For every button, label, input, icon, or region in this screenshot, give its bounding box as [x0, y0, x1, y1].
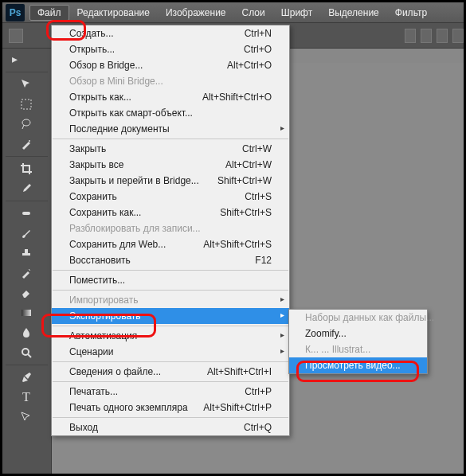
path-tool-icon[interactable] — [15, 408, 37, 427]
menu-item[interactable]: Открыть как смарт-объект... — [52, 105, 289, 121]
gradient-tool-icon[interactable] — [15, 303, 37, 322]
menu-item-label: Закрыть все — [69, 159, 123, 170]
menu-item-shortcut: Alt+Ctrl+W — [225, 159, 272, 170]
menu-item-shortcut: Alt+Shift+Ctrl+I — [207, 366, 272, 377]
arrange-icon[interactable] — [437, 29, 448, 43]
menu-file[interactable]: Файл — [29, 5, 69, 21]
menu-item-shortcut: Alt+Ctrl+O — [227, 60, 272, 71]
menu-item-shortcut: Ctrl+O — [244, 44, 272, 55]
menu-item-shortcut: Ctrl+N — [245, 28, 272, 39]
svg-rect-3 — [22, 212, 30, 215]
lasso-tool-icon[interactable] — [15, 115, 37, 134]
eyedropper-tool-icon[interactable] — [15, 179, 37, 198]
menu-item-shortcut: Shift+Ctrl+W — [217, 175, 272, 186]
menu-item[interactable]: Поместить... — [52, 272, 289, 288]
menu-image[interactable]: Изображение — [158, 5, 234, 21]
submenu-item-label: Zoomify... — [305, 328, 347, 339]
menu-item[interactable]: Сценарии — [52, 344, 289, 360]
svg-point-5 — [22, 349, 29, 355]
arrange-icon[interactable] — [452, 29, 464, 43]
menubar: Ps Файл Редактирование Изображение Слои … — [2, 2, 464, 23]
menu-item-label: Открыть как смарт-объект... — [69, 107, 193, 119]
file-menu-dropdown: Создать...Ctrl+NОткрыть...Ctrl+OОбзор в … — [51, 25, 290, 436]
menu-item-shortcut: Ctrl+Q — [244, 422, 272, 433]
arrange-icon[interactable] — [421, 29, 432, 43]
submenu-item: Наборы данных как файлы... — [289, 310, 427, 326]
menu-item[interactable]: ЗакрытьCtrl+W — [52, 141, 289, 157]
stamp-tool-icon[interactable] — [15, 244, 37, 263]
menu-item[interactable]: Открыть как...Alt+Shift+Ctrl+O — [52, 89, 289, 105]
submenu-item-label: Наборы данных как файлы... — [305, 312, 434, 323]
submenu-item[interactable]: Zoomify... — [289, 326, 427, 341]
menu-item[interactable]: Сохранить для Web...Alt+Shift+Ctrl+S — [52, 236, 289, 252]
app-logo: Ps — [6, 4, 25, 21]
menu-item-label: Сохранить для Web... — [69, 239, 166, 250]
menu-item-label: Разблокировать для записи... — [69, 223, 201, 234]
menu-item-shortcut: Ctrl+S — [245, 191, 272, 202]
crop-tool-icon[interactable] — [15, 159, 37, 178]
menu-item-label: Восстановить — [69, 255, 131, 266]
marquee-tool-icon[interactable] — [15, 95, 37, 114]
heal-tool-icon[interactable] — [15, 204, 37, 223]
menu-item-label: Открыть... — [69, 44, 115, 55]
menu-filter[interactable]: Фильтр — [387, 5, 435, 21]
pen-tool-icon[interactable] — [15, 368, 37, 387]
history-brush-tool-icon[interactable] — [15, 263, 37, 283]
menu-edit[interactable]: Редактирование — [69, 5, 158, 21]
menu-item[interactable]: Обзор в Bridge...Alt+Ctrl+O — [52, 57, 289, 73]
arrange-icon[interactable] — [405, 29, 416, 43]
menu-item: Разблокировать для записи... — [52, 220, 289, 236]
submenu-item[interactable]: Просмотреть видео... — [289, 357, 427, 373]
svg-rect-4 — [22, 310, 31, 316]
svg-rect-0 — [22, 99, 31, 109]
dodge-tool-icon[interactable] — [15, 343, 37, 362]
menu-item-label: Обзор в Bridge... — [69, 60, 143, 71]
menu-item[interactable]: Открыть...Ctrl+O — [52, 41, 289, 57]
menu-item[interactable]: Последние документы — [52, 121, 289, 137]
menu-item[interactable]: Создать...Ctrl+N — [52, 25, 289, 41]
menu-item-label: Обзор в Mini Bridge... — [69, 76, 163, 87]
menu-item-shortcut: Ctrl+P — [245, 386, 272, 397]
menu-item-label: Открыть как... — [69, 92, 131, 103]
blur-tool-icon[interactable] — [15, 323, 37, 342]
menu-item-label: Сохранить — [69, 191, 117, 202]
menu-item[interactable]: ВосстановитьF12 — [52, 252, 289, 268]
menu-item-label: Сценарии — [69, 346, 113, 357]
menu-item-label: Импортировать — [69, 295, 138, 306]
menu-item: Обзор в Mini Bridge... — [52, 73, 289, 89]
menu-item[interactable]: Закрыть всеAlt+Ctrl+W — [52, 157, 289, 173]
wand-tool-icon[interactable] — [15, 135, 37, 154]
brush-tool-icon[interactable] — [15, 224, 37, 243]
type-tool-icon[interactable]: T — [15, 388, 37, 407]
menu-font[interactable]: Шрифт — [273, 5, 320, 21]
menu-item-label: Создать... — [69, 28, 114, 39]
menu-item-shortcut: F12 — [255, 255, 272, 266]
menu-item-label: Закрыть и перейти в Bridge... — [69, 175, 199, 186]
menu-item[interactable]: Сохранить как...Shift+Ctrl+S — [52, 205, 289, 220]
menu-item: Импортировать — [52, 292, 289, 308]
menu-item[interactable]: ВыходCtrl+Q — [52, 419, 289, 435]
menu-item-label: Печать одного экземпляра — [69, 402, 188, 413]
eraser-tool-icon[interactable] — [15, 283, 37, 302]
menu-item[interactable]: Автоматизация — [52, 328, 289, 344]
menu-item-label: Экспортировать — [69, 310, 141, 322]
menu-item-label: Сведения о файле... — [69, 366, 161, 377]
menu-select[interactable]: Выделение — [320, 5, 387, 21]
menu-layers[interactable]: Слои — [234, 5, 273, 21]
tool-panel: ▸ T — [2, 49, 52, 474]
menu-item-label: Поместить... — [69, 275, 125, 286]
menu-item[interactable]: Экспортировать — [52, 308, 289, 324]
collapse-icon[interactable]: ▸ — [3, 49, 25, 68]
svg-point-1 — [22, 119, 30, 126]
menu-item-label: Сохранить как... — [69, 207, 141, 218]
menu-item[interactable]: СохранитьCtrl+S — [52, 189, 289, 205]
tool-preset-icon[interactable] — [9, 29, 23, 43]
menu-item-shortcut: Shift+Ctrl+S — [220, 207, 272, 218]
menu-item[interactable]: Печатать...Ctrl+P — [52, 384, 289, 400]
menu-item[interactable]: Печать одного экземпляраAlt+Shift+Ctrl+P — [52, 400, 289, 416]
menu-item-shortcut: Alt+Shift+Ctrl+P — [203, 402, 272, 413]
menu-item-shortcut: Ctrl+W — [242, 143, 272, 154]
menu-item[interactable]: Сведения о файле...Alt+Shift+Ctrl+I — [52, 364, 289, 380]
menu-item[interactable]: Закрыть и перейти в Bridge...Shift+Ctrl+… — [52, 173, 289, 189]
move-tool-icon[interactable] — [15, 75, 37, 94]
